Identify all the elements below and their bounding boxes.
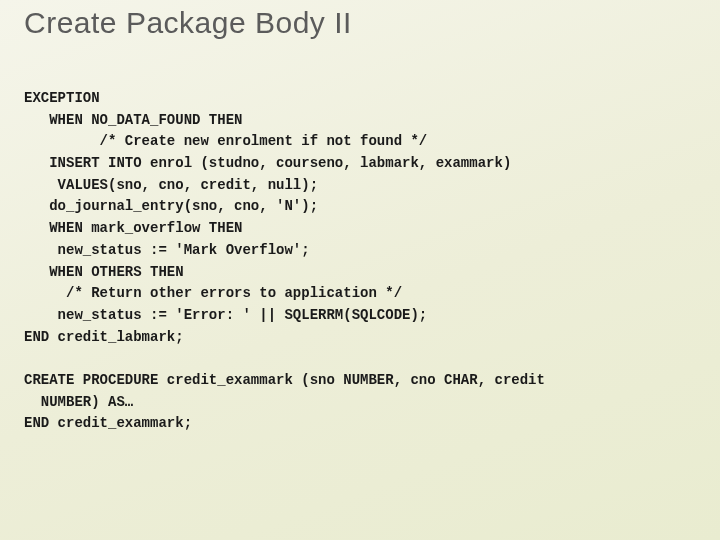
code-line: /* Create new enrolment if not found */	[24, 133, 427, 149]
code-line: INSERT INTO enrol (studno, courseno, lab…	[24, 155, 511, 171]
code-block: EXCEPTION WHEN NO_DATA_FOUND THEN /* Cre…	[24, 88, 696, 435]
code-line: EXCEPTION	[24, 90, 100, 106]
code-line: /* Return other errors to application */	[24, 285, 402, 301]
code-line: END credit_labmark;	[24, 329, 184, 345]
slide: Create Package Body II EXCEPTION WHEN NO…	[0, 0, 720, 540]
code-line: WHEN NO_DATA_FOUND THEN	[24, 112, 242, 128]
code-line: WHEN mark_overflow THEN	[24, 220, 242, 236]
code-line: do_journal_entry(sno, cno, 'N');	[24, 198, 318, 214]
code-line: NUMBER) AS…	[24, 394, 133, 410]
slide-title: Create Package Body II	[24, 6, 696, 40]
code-line: CREATE PROCEDURE credit_exammark (sno NU…	[24, 372, 545, 388]
code-line: WHEN OTHERS THEN	[24, 264, 184, 280]
code-line: END credit_exammark;	[24, 415, 192, 431]
code-line: new_status := 'Error: ' || SQLERRM(SQLCO…	[24, 307, 427, 323]
code-line: VALUES(sno, cno, credit, null);	[24, 177, 318, 193]
code-line: new_status := 'Mark Overflow';	[24, 242, 310, 258]
